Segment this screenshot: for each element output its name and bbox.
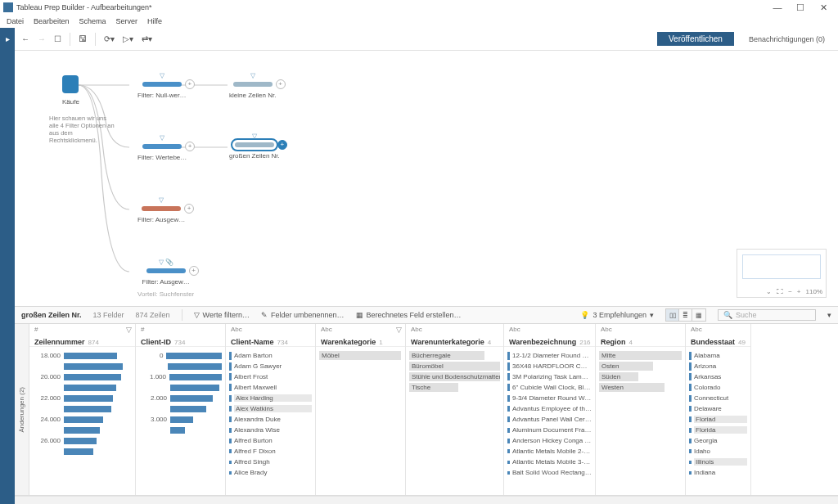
value-row[interactable]: Anderson Hickey Conga T… (507, 435, 592, 446)
value-row[interactable]: Balt Solid Wood Rectangu… (507, 467, 592, 478)
refresh-button[interactable]: ⟳▾ (104, 34, 115, 43)
create-calc-button[interactable]: ▦Berechnetes Feld erstellen… (356, 311, 462, 319)
add-step-button[interactable]: + (277, 140, 287, 150)
value-row[interactable]: Illinois (689, 457, 747, 467)
field-pane[interactable]: #Client-ID73401.0002.0003.000 (136, 324, 226, 495)
field-header[interactable]: #Client-ID734 (136, 324, 225, 347)
field-pane[interactable]: AbcClient-Name734Adam BartonAdam G Sawye… (226, 324, 316, 495)
value-row[interactable]: Alabama (689, 350, 747, 361)
view-profile-icon[interactable]: ▯▯ (666, 309, 679, 321)
category-row[interactable]: Tische (409, 382, 500, 393)
category-row[interactable]: Osten (599, 361, 682, 371)
zoom-in-button[interactable]: + (797, 288, 801, 295)
histogram-row[interactable]: 3.000 (139, 414, 222, 425)
flow-canvas[interactable]: Käufe Hier schauen wir uns alle 4 Filter… (15, 51, 838, 306)
category-row[interactable]: Westen (599, 382, 682, 393)
value-row[interactable]: Alexandra Duke (229, 414, 312, 425)
menu-file[interactable]: Datei (7, 17, 24, 25)
field-pane[interactable]: AbcRegion4MitteOstenSüdenWesten (596, 324, 686, 495)
histogram-row[interactable]: 24.000 (33, 414, 132, 425)
changes-rail[interactable]: Änderungen (2) (15, 324, 29, 495)
publish-button[interactable]: Veröffentlichen (657, 32, 734, 46)
left-rail[interactable]: ▸ (0, 28, 15, 504)
category-row[interactable]: Möbel (319, 350, 402, 361)
field-header[interactable]: AbcWarenbezeichnung216 (504, 324, 595, 347)
value-row[interactable]: Alex Harding (229, 393, 312, 403)
flow-step-ausgew1[interactable]: ▽+ Filter: Ausgew… (137, 206, 185, 223)
flow-step-werte[interactable]: ▽+ Filter: Wertebe… (137, 144, 187, 161)
category-row[interactable]: Mitte (599, 350, 682, 361)
histogram-row[interactable] (139, 403, 222, 414)
browse-button[interactable]: ☐ (54, 34, 61, 43)
flow-step-ausgew2[interactable]: ▽ 📎+ Filter: Ausgew… Vorteil: Suchfenste… (137, 268, 194, 298)
maximize-button[interactable]: ☐ (789, 2, 812, 13)
value-row[interactable]: Georgia (689, 435, 747, 446)
flow-step-grosse[interactable]: ▽+ großen Zeilen Nr. (229, 142, 280, 160)
menu-server[interactable]: Server (116, 17, 138, 25)
back-button[interactable]: ← (21, 34, 29, 43)
view-mode-toggle[interactable]: ▯▯ ≣ ▦ (665, 308, 706, 322)
add-step-button[interactable]: + (185, 79, 195, 89)
histogram-row[interactable]: 2.000 (139, 393, 222, 403)
value-row[interactable]: 3M Polarizing Task Lamp… (507, 371, 592, 382)
value-row[interactable]: Indiana (689, 467, 747, 478)
field-header[interactable]: AbcBundesstaat49 (686, 324, 750, 347)
value-row[interactable]: Delaware (689, 403, 747, 414)
value-row[interactable]: 6" Cubicle Wall Clock, Bla… (507, 382, 592, 393)
add-step-button[interactable]: + (185, 142, 195, 151)
field-pane[interactable]: AbcWarenbezeichnung21612-1/2 Diameter Ro… (504, 324, 596, 495)
value-row[interactable]: 12-1/2 Diameter Round W… (507, 350, 592, 361)
histogram-row[interactable] (33, 382, 132, 393)
forward-button[interactable]: → (38, 34, 46, 43)
field-header[interactable]: AbcClient-Name734 (226, 324, 315, 347)
value-row[interactable]: Arkansas (689, 371, 747, 382)
value-row[interactable]: Alexandra Wise (229, 425, 312, 435)
histogram-row[interactable] (33, 446, 132, 457)
menu-help[interactable]: Hilfe (147, 17, 162, 25)
value-row[interactable]: Alfred Singh (229, 457, 312, 467)
value-row[interactable]: Connecticut (689, 393, 747, 403)
value-row[interactable]: Adam G Sawyer (229, 361, 312, 371)
add-step-button[interactable]: + (184, 204, 194, 214)
field-pane[interactable]: AbcWarenkategorie1▽Möbel (316, 324, 406, 495)
value-row[interactable]: Adam Barton (229, 350, 312, 361)
histogram-row[interactable] (139, 382, 222, 393)
search-input[interactable]: 🔍 Suche (718, 309, 816, 321)
rename-fields-button[interactable]: ✎Felder umbenennen… (261, 311, 345, 319)
value-row[interactable]: Advantus Panel Wall Cert… (507, 414, 592, 425)
value-row[interactable]: Arizona (689, 361, 747, 371)
histogram-row[interactable] (139, 425, 222, 435)
settings-button[interactable]: ⇄▾ (142, 34, 152, 43)
histogram-row[interactable] (33, 361, 132, 371)
value-row[interactable]: Albert Frost (229, 371, 312, 382)
value-row[interactable]: Albert Maxwell (229, 382, 312, 393)
flow-input-node[interactable]: Käufe (62, 75, 79, 106)
field-header[interactable]: AbcRegion4 (596, 324, 685, 347)
value-row[interactable]: Florida (689, 425, 747, 435)
field-header[interactable]: #Zeilennummer874▽ (29, 324, 135, 347)
more-menu-icon[interactable]: ▾ (827, 311, 831, 319)
value-row[interactable]: Atlantic Metals Mobile 2-… (507, 446, 592, 457)
value-row[interactable]: 36X48 HARDFLOOR CHAI… (507, 361, 592, 371)
field-header[interactable]: AbcWarenkategorie1▽ (316, 324, 405, 347)
flow-step-kleine[interactable]: ▽+ kleine Zeilen Nr. (229, 82, 276, 99)
add-step-button[interactable]: + (276, 79, 286, 89)
zoom-fit-icon[interactable]: ⛶ (777, 288, 783, 295)
run-button[interactable]: ▷▾ (123, 34, 133, 43)
filter-values-button[interactable]: ▽Werte filtern… (194, 311, 250, 319)
view-list-icon[interactable]: ≣ (679, 309, 692, 321)
histogram-row[interactable]: 1.000 (139, 371, 222, 382)
field-pane[interactable]: #Zeilennummer874▽18.00020.00022.00024.00… (29, 324, 136, 495)
minimap-collapse-icon[interactable]: ⌄ (766, 288, 772, 295)
flow-step-null[interactable]: ▽+ Filter: Null-wer… (137, 82, 187, 99)
zoom-out-button[interactable]: − (788, 288, 792, 295)
add-step-button[interactable]: + (189, 266, 199, 276)
histogram-row[interactable]: 26.000 (33, 435, 132, 446)
value-row[interactable]: Alfred F Dixon (229, 446, 312, 457)
bottom-scrollbar[interactable] (15, 496, 838, 504)
histogram-row[interactable]: 22.000 (33, 393, 132, 403)
histogram-row[interactable] (33, 403, 132, 414)
view-grid-icon[interactable]: ▦ (692, 309, 705, 321)
histogram-row[interactable]: 18.000 (33, 350, 132, 361)
minimap[interactable]: ⌄ ⛶ − + 110% (737, 249, 827, 298)
